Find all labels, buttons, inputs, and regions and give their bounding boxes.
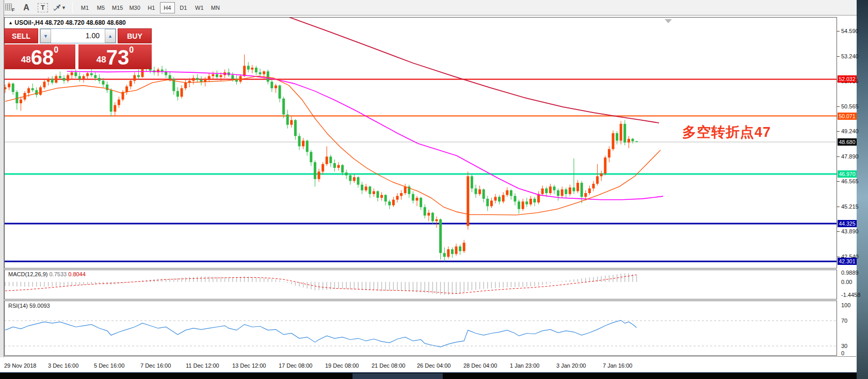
candle-body (534, 199, 536, 202)
dropdown-caret-icon[interactable]: ▼ (61, 5, 66, 10)
buy-button[interactable]: BUY (118, 28, 152, 43)
candle-body (83, 76, 85, 78)
candle-body (486, 199, 489, 207)
price-tick-label: 54.590 (841, 28, 865, 35)
rsi-axis-label: 30 (841, 343, 865, 350)
candle-body (310, 152, 312, 162)
price-tick-label: 46.565 (841, 178, 865, 185)
candle-body (498, 197, 501, 201)
candle-body (286, 115, 289, 125)
candle-body (635, 141, 638, 142)
candle-body (298, 136, 301, 146)
candle-body (596, 176, 599, 184)
ohlc-quote-values: 48.720 48.720 48.680 48.680 (45, 19, 126, 26)
timeframe-button-mn[interactable]: MN (208, 2, 223, 13)
bid-pips: 68 (31, 47, 54, 68)
price-line-label: 42.301 (838, 258, 857, 265)
timeframe-button-d1[interactable]: D1 (176, 2, 191, 13)
text-box-icon[interactable]: T (36, 2, 50, 13)
candle-body (502, 195, 505, 202)
candle-body (216, 74, 218, 77)
volume-decrease-button[interactable]: ▼ (40, 29, 51, 43)
one-click-trading-panel: SELL ▼ 1.00 ▲ BUY 48 68 0 48 73 0 (4, 28, 152, 69)
rsi-value: 59.0093 (29, 303, 50, 309)
candle-body (275, 85, 277, 88)
candle-body (102, 81, 105, 84)
timeframe-button-m5[interactable]: M5 (93, 2, 108, 13)
candle-body (475, 188, 477, 194)
candle-body (306, 140, 309, 152)
candle-body (133, 75, 136, 81)
svg-text:F: F (12, 7, 15, 12)
text-box-glyph: T (38, 3, 48, 12)
bid-big-figure: 48 (21, 52, 31, 68)
price-tick-mark (837, 131, 840, 132)
candle-body (584, 193, 587, 197)
timeframe-button-h4[interactable]: H4 (160, 2, 175, 13)
candle-body (569, 187, 571, 194)
symbol-timeframe-label: USOil-,H4 (14, 19, 43, 26)
ask-point: 0 (129, 46, 134, 54)
price-tick-mark (837, 156, 840, 157)
candle-body (341, 165, 344, 173)
candle-body (110, 90, 112, 112)
candle-body (181, 88, 183, 97)
rsi-canvas[interactable] (4, 301, 837, 356)
volume-input[interactable]: 1.00 (51, 29, 105, 43)
candle-body (483, 190, 485, 199)
price-tick-mark (837, 31, 840, 31)
candle-body (588, 188, 591, 193)
time-axis-label: 28 Dec 04:00 (463, 362, 497, 369)
candle-body (290, 120, 293, 125)
panel-collapse-icon[interactable]: ▲ (8, 20, 13, 25)
candle-body (573, 187, 575, 191)
candle-body (581, 183, 583, 197)
candle-body (184, 83, 187, 88)
macd-main-value: 0.7533 (49, 271, 67, 277)
candle-body (545, 188, 548, 193)
text-label-icon[interactable]: A (20, 2, 33, 13)
candle-body (318, 171, 320, 179)
candle-body (471, 176, 473, 188)
candle-body (55, 76, 57, 83)
arrows-tool-icon[interactable]: ▼ (53, 2, 66, 13)
timeframe-button-m1[interactable]: M1 (77, 2, 92, 13)
timeframe-button-h1[interactable]: H1 (144, 2, 159, 13)
candle-body (220, 75, 222, 77)
ask-price-button[interactable]: 48 73 0 (78, 44, 152, 69)
time-axis-label: 7 Dec 16:00 (140, 362, 171, 369)
macd-title: MACD(12,26,9) (8, 271, 47, 277)
volume-increase-button[interactable]: ▲ (105, 29, 116, 43)
volume-stepper: ▼ 1.00 ▲ (40, 28, 116, 43)
candle-body (169, 75, 171, 79)
candle-body (529, 199, 532, 204)
candle-body (39, 87, 42, 95)
grid-f-icon[interactable]: F (3, 2, 17, 13)
candle-body (329, 156, 332, 163)
bid-price-button[interactable]: 48 68 0 (4, 44, 75, 69)
candle-body (349, 176, 351, 181)
candle-body (412, 194, 414, 201)
descending-trendline (289, 17, 659, 123)
price-line-label: 50.071 (838, 113, 857, 120)
macd-canvas[interactable] (4, 270, 837, 299)
timeframe-button-w1[interactable]: W1 (192, 2, 207, 13)
candle-body (443, 253, 446, 257)
candle-body (514, 196, 517, 201)
candle-body (94, 75, 97, 78)
candle-body (623, 124, 626, 143)
sell-button[interactable]: SELL (4, 28, 38, 43)
candle-body (565, 190, 567, 194)
time-axis-line (4, 356, 856, 357)
timeframe-button-m15[interactable]: M15 (109, 2, 125, 13)
price-tick-label: 50.565 (841, 103, 865, 110)
timeframe-button-m30[interactable]: M30 (126, 2, 142, 13)
candle-body (90, 73, 93, 75)
price-tick-label: 43.890 (841, 228, 865, 235)
candle-body (353, 177, 356, 181)
chart-shift-marker-icon[interactable] (665, 19, 672, 23)
time-axis-label: 1 Jan 23:00 (510, 362, 540, 369)
time-axis-label: 7 Jan 16:00 (603, 362, 633, 369)
time-axis-label: 26 Dec 04:00 (417, 362, 451, 369)
candle-body (384, 195, 387, 202)
